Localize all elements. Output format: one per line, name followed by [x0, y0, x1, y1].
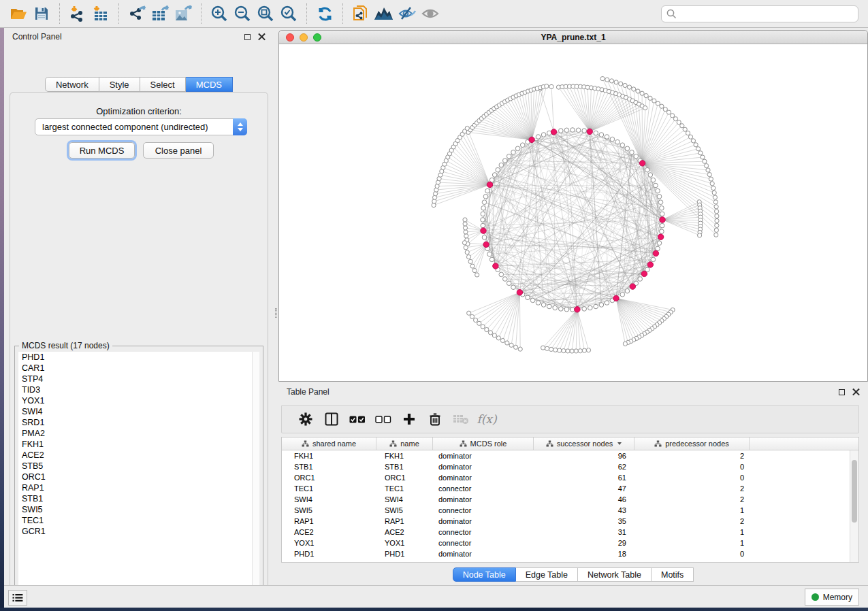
table-panel-tab[interactable]: Edge Table — [516, 567, 578, 582]
zoom-selected-icon[interactable] — [277, 3, 300, 24]
table-row[interactable]: STB1 STB1 dominator 62 0 — [282, 461, 858, 472]
zoom-out-icon[interactable] — [231, 3, 254, 24]
add-column-icon[interactable] — [396, 409, 422, 429]
table-scrollbar-thumb[interactable] — [852, 460, 857, 523]
mcds-result-item[interactable]: ORC1 — [18, 472, 259, 482]
divider-grip[interactable] — [275, 308, 277, 318]
task-history-button[interactable] — [8, 590, 27, 606]
attribute-icon — [460, 440, 467, 447]
list-icon — [12, 593, 23, 602]
table-row[interactable]: FKH1 FKH1 dominator 96 2 — [282, 450, 858, 461]
search-icon — [666, 9, 677, 19]
column-header[interactable]: shared name — [282, 437, 376, 450]
control-panel-tab[interactable]: Style — [99, 77, 140, 92]
mcds-result-list[interactable]: PHD1 CAR1 STP4 TID3 YOX1 SWI4 SRD1 PMA2 … — [18, 352, 259, 595]
result-list-scrollbar[interactable] — [252, 352, 259, 595]
table-panel-tab[interactable]: Node Table — [453, 567, 516, 582]
control-panel: Control Panel Network Style Select MCDS … — [4, 28, 274, 585]
network-window-titlebar[interactable]: YPA_prune.txt_1 — [279, 31, 867, 44]
mcds-result-item[interactable]: STP4 — [18, 374, 259, 384]
table-row[interactable]: SWI5 SWI5 connector 43 1 — [282, 505, 858, 516]
table-panel-tab[interactable]: Network Table — [578, 567, 652, 582]
hide-panel-icon[interactable] — [396, 3, 419, 24]
table-row[interactable]: PHD1 PHD1 dominator 18 0 — [282, 548, 858, 559]
search-box[interactable] — [661, 5, 858, 22]
network-canvas[interactable] — [279, 44, 867, 381]
mcds-result-item[interactable]: TEC1 — [18, 515, 259, 526]
table-scrollbar[interactable] — [850, 450, 858, 562]
mcds-result-item[interactable]: STB5 — [18, 461, 259, 472]
table-row[interactable]: RAP1 RAP1 dominator 35 2 — [282, 516, 858, 527]
selected-criterion: largest connected component (undirected) — [35, 122, 233, 132]
table-row[interactable]: ACE2 ACE2 connector 31 1 — [282, 527, 858, 538]
mcds-result-item[interactable]: PMA2 — [18, 428, 259, 439]
share-document-icon[interactable] — [349, 3, 372, 24]
float-window-icon[interactable] — [244, 34, 251, 40]
delete-column-icon[interactable] — [422, 409, 448, 429]
table-row[interactable]: TEC1 TEC1 connector 47 2 — [282, 483, 858, 494]
search-input[interactable] — [680, 9, 853, 18]
import-network-icon[interactable] — [66, 3, 89, 24]
zoom-fit-icon[interactable] — [254, 3, 277, 24]
search-network-icon[interactable] — [372, 3, 396, 24]
mcds-result-item[interactable]: PHD1 — [18, 352, 259, 363]
export-network-icon[interactable] — [125, 3, 148, 24]
attribute-icon — [389, 440, 397, 447]
mcds-result-item[interactable]: SWI4 — [18, 406, 259, 417]
mcds-result-item[interactable]: SWI5 — [18, 504, 259, 515]
optimization-criterion-select[interactable]: largest connected component (undirected) — [35, 118, 247, 135]
split-columns-icon[interactable] — [319, 409, 344, 429]
table-panel-tab[interactable]: Motifs — [652, 567, 694, 582]
toolbar-separator — [59, 3, 60, 24]
export-image-icon[interactable] — [172, 3, 195, 24]
table-row[interactable]: YOX1 YOX1 connector 29 1 — [282, 538, 858, 548]
column-header-filler — [750, 437, 858, 450]
select-all-icon[interactable] — [344, 409, 370, 429]
memory-button[interactable]: Memory — [805, 589, 859, 606]
export-table-icon[interactable] — [148, 3, 172, 24]
toolbar-separator — [306, 3, 307, 24]
control-panel-tab[interactable]: Select — [140, 77, 186, 92]
network-graph[interactable] — [279, 44, 867, 381]
column-header[interactable]: predecessor nodes — [634, 437, 750, 450]
save-session-icon[interactable] — [30, 3, 53, 24]
control-panel-tab[interactable]: MCDS — [186, 77, 233, 92]
network-window-title: YPA_prune.txt_1 — [279, 33, 867, 42]
open-file-icon[interactable] — [7, 3, 30, 24]
table-panel: Table Panel f(x) — [278, 383, 868, 585]
toolbar-separator — [118, 3, 119, 24]
table-row[interactable]: ORC1 ORC1 dominator 61 0 — [282, 472, 858, 483]
close-panel-icon[interactable] — [258, 33, 266, 41]
column-header[interactable]: successor nodes — [534, 437, 634, 450]
close-panel-button[interactable]: Close panel — [143, 142, 214, 159]
zoom-in-icon[interactable] — [208, 3, 231, 24]
run-mcds-button[interactable]: Run MCDS — [69, 142, 135, 159]
mcds-result-item[interactable]: TID3 — [18, 384, 259, 395]
mcds-result-item[interactable]: FKH1 — [18, 439, 259, 450]
main-toolbar — [0, 0, 868, 28]
attribute-icon — [654, 440, 662, 447]
mcds-result-item[interactable]: STB1 — [18, 493, 259, 504]
close-table-panel-icon[interactable] — [852, 389, 860, 396]
table-panel-title: Table Panel — [287, 387, 329, 397]
gear-icon[interactable] — [293, 409, 319, 429]
mcds-result-item[interactable]: YOX1 — [18, 395, 259, 406]
column-header[interactable]: MCDS role — [433, 437, 534, 450]
show-panel-icon[interactable] — [419, 3, 442, 24]
mcds-result-item[interactable]: RAP1 — [18, 482, 259, 493]
import-table-icon[interactable] — [89, 3, 112, 24]
float-table-panel-icon[interactable] — [839, 389, 845, 395]
mcds-result-item[interactable]: GCR1 — [18, 526, 259, 537]
refresh-layout-icon[interactable] — [313, 3, 336, 24]
control-panel-title: Control Panel — [12, 32, 62, 42]
mcds-result-item[interactable]: SRD1 — [18, 417, 259, 428]
table-row[interactable]: SWI4 SWI4 dominator 46 2 — [282, 494, 858, 505]
attribute-icon — [546, 440, 553, 447]
panel-divider[interactable] — [274, 28, 278, 585]
control-panel-tab[interactable]: Network — [45, 77, 99, 92]
deselect-all-icon[interactable] — [370, 409, 396, 429]
column-header[interactable]: name — [376, 437, 433, 450]
mcds-result-item[interactable]: CAR1 — [18, 363, 259, 374]
network-window: YPA_prune.txt_1 — [278, 30, 868, 382]
mcds-result-item[interactable]: ACE2 — [18, 450, 259, 461]
